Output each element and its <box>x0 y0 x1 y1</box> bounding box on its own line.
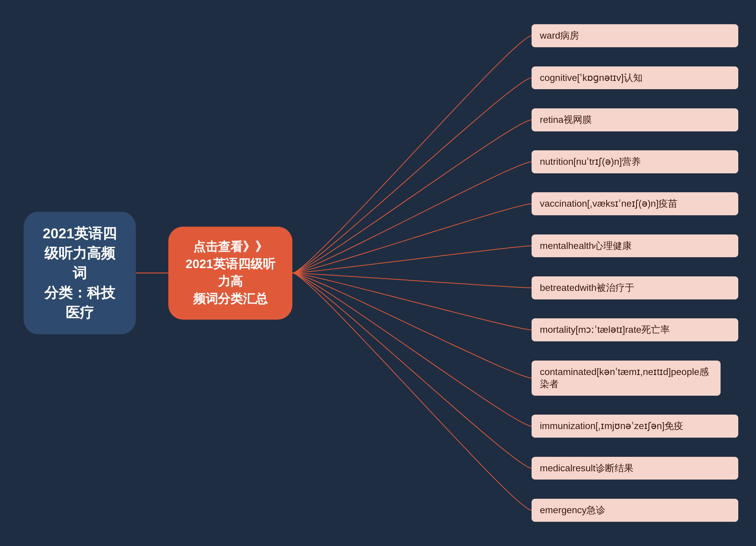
branch-node-b2[interactable]: cognitive[ˈkɒɡnətɪv]认知 <box>532 66 738 89</box>
branch-node-b10[interactable]: immunization[ˌɪmjʊnəˈzeɪʃən]免疫 <box>532 415 738 438</box>
branch-node-b12[interactable]: emergency急诊 <box>532 499 738 522</box>
root-text2: 分类：科技医疗 <box>44 285 115 320</box>
branch-node-b3[interactable]: retina视网膜 <box>532 108 738 131</box>
center-text2: 频词分类汇总 <box>193 292 268 306</box>
branch-node-b6[interactable]: mentalhealth心理健康 <box>532 234 738 257</box>
root-text: 2021英语四级听力高频词 <box>43 226 117 281</box>
branch-node-b9[interactable]: contaminated[kənˈtæmɪˌneɪtɪd]people感染者 <box>532 361 721 396</box>
branch-node-b1[interactable]: ward病房 <box>532 24 738 47</box>
center-node[interactable]: 点击查看》》2021英语四级听力高 频词分类汇总 <box>168 226 292 320</box>
branch-node-b11[interactable]: medicalresult诊断结果 <box>532 457 738 480</box>
root-node: 2021英语四级听力高频词 分类：科技医疗 <box>24 212 136 335</box>
branch-nodes-container: ward病房cognitive[ˈkɒɡnətɪv]认知retina视网膜nut… <box>532 0 738 546</box>
branch-node-b8[interactable]: mortality[mɔːˈtælətɪ]rate死亡率 <box>532 318 738 341</box>
branch-node-b5[interactable]: vaccination[ˌvæksɪˈneɪʃ(ə)n]疫苗 <box>532 192 738 215</box>
branch-node-b7[interactable]: betreatedwith被治疗于 <box>532 276 738 299</box>
center-text1: 点击查看》》2021英语四级听力高 <box>185 240 275 289</box>
branch-node-b4[interactable]: nutrition[nuˈtrɪʃ(ə)n]营养 <box>532 150 738 173</box>
